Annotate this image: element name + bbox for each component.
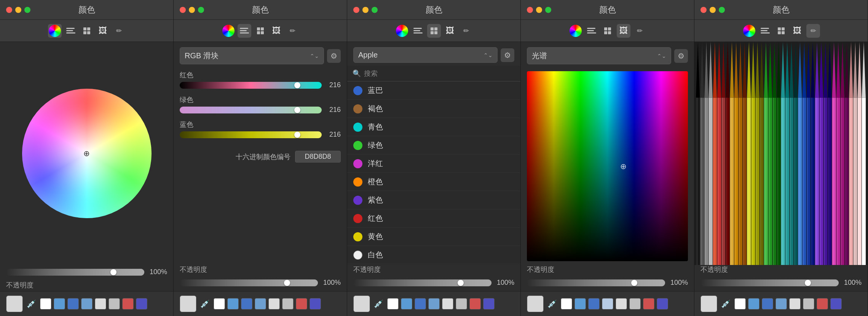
- swatch-4-6[interactable]: [643, 298, 654, 310]
- opacity-slider-5[interactable]: [700, 279, 839, 286]
- close-button-3[interactable]: [353, 7, 359, 13]
- swatch-4-3[interactable]: [602, 298, 613, 310]
- hex-input[interactable]: [295, 151, 341, 163]
- maximize-button-3[interactable]: [372, 7, 378, 13]
- current-swatch-3[interactable]: [353, 295, 370, 312]
- maximize-button-4[interactable]: [545, 7, 551, 13]
- tool-sliders-5[interactable]: [758, 24, 772, 38]
- tool-wheel-3[interactable]: [395, 24, 409, 38]
- tool-sliders-1[interactable]: [64, 24, 78, 38]
- swatch-1-0[interactable]: [40, 298, 51, 310]
- swatch-2-1[interactable]: [227, 298, 239, 310]
- maximize-button-5[interactable]: [719, 7, 725, 13]
- swatch-1-3[interactable]: [81, 298, 93, 310]
- eyedropper-1[interactable]: 💉: [25, 298, 38, 310]
- eyedropper-5[interactable]: 💉: [720, 298, 732, 310]
- close-button-2[interactable]: [180, 7, 186, 13]
- swatch-4-7[interactable]: [657, 298, 668, 310]
- swatch-2-2[interactable]: [241, 298, 252, 310]
- color-item-6[interactable]: 紫色: [347, 191, 520, 209]
- opacity-slider-4[interactable]: [527, 279, 665, 286]
- opacity-slider-1[interactable]: [6, 269, 144, 276]
- current-swatch-4[interactable]: [527, 295, 544, 312]
- swatch-3-2[interactable]: [415, 298, 426, 310]
- spectrum-gradient[interactable]: ⊕: [527, 71, 688, 261]
- tool-sliders-2[interactable]: [238, 24, 251, 38]
- swatch-2-7[interactable]: [310, 298, 321, 310]
- swatch-3-3[interactable]: [428, 298, 440, 310]
- tool-grid-5[interactable]: [774, 24, 788, 38]
- tool-image-4[interactable]: 🖼: [617, 24, 630, 38]
- current-swatch-2[interactable]: [180, 295, 196, 312]
- color-item-5[interactable]: 橙色: [347, 173, 520, 191]
- minimize-button-4[interactable]: [536, 7, 542, 13]
- opacity-slider-3[interactable]: [353, 279, 491, 286]
- eyedropper-2[interactable]: 💉: [199, 298, 211, 310]
- color-item-1[interactable]: 褐色: [347, 100, 520, 118]
- swatch-1-1[interactable]: [54, 298, 65, 310]
- swatch-2-6[interactable]: [296, 298, 307, 310]
- tool-image-5[interactable]: 🖼: [790, 24, 804, 38]
- swatch-1-6[interactable]: [122, 298, 134, 310]
- tool-sliders-3[interactable]: [411, 24, 425, 38]
- swatch-5-4[interactable]: [789, 298, 801, 310]
- swatch-1-4[interactable]: [95, 298, 106, 310]
- close-button-4[interactable]: [527, 7, 533, 13]
- mode-dropdown-2[interactable]: RGB 滑块 ⌃⌄: [180, 47, 324, 64]
- slider-red-track[interactable]: [180, 82, 322, 89]
- tool-crayons-1[interactable]: ✏: [112, 24, 126, 38]
- color-item-9[interactable]: 白色: [347, 246, 520, 264]
- minimize-button-2[interactable]: [189, 7, 195, 13]
- swatch-4-2[interactable]: [588, 298, 600, 310]
- current-swatch-1[interactable]: [6, 295, 23, 312]
- minimize-button-5[interactable]: [710, 7, 716, 13]
- gear-button-3[interactable]: ⚙: [501, 48, 514, 62]
- eyedropper-3[interactable]: 💉: [372, 298, 385, 310]
- tool-crayons-5[interactable]: ✏: [806, 24, 820, 38]
- swatch-4-0[interactable]: [561, 298, 572, 310]
- tool-crayons-4[interactable]: ✏: [633, 24, 646, 38]
- tool-crayons-3[interactable]: ✏: [459, 24, 473, 38]
- swatch-2-0[interactable]: [214, 298, 225, 310]
- close-button-1[interactable]: [6, 7, 12, 13]
- mode-dropdown-4[interactable]: 光谱 ⌃⌄: [527, 47, 671, 64]
- slider-blue-track[interactable]: [180, 131, 322, 138]
- swatch-5-2[interactable]: [762, 298, 773, 310]
- tool-grid-2[interactable]: [254, 24, 267, 38]
- swatch-2-3[interactable]: [255, 298, 266, 310]
- swatch-1-7[interactable]: [136, 298, 147, 310]
- tool-sliders-4[interactable]: [585, 24, 598, 38]
- swatch-3-0[interactable]: [387, 298, 399, 310]
- tool-image-2[interactable]: 🖼: [270, 24, 283, 38]
- swatch-5-6[interactable]: [817, 298, 828, 310]
- minimize-button-1[interactable]: [15, 7, 21, 13]
- swatch-1-5[interactable]: [108, 298, 120, 310]
- swatch-3-6[interactable]: [469, 298, 481, 310]
- swatch-5-7[interactable]: [830, 298, 842, 310]
- swatch-3-4[interactable]: [442, 298, 453, 310]
- swatch-3-5[interactable]: [456, 298, 467, 310]
- tool-wheel-1[interactable]: [48, 24, 62, 38]
- maximize-button-1[interactable]: [24, 7, 30, 13]
- color-item-4[interactable]: 洋红: [347, 155, 520, 173]
- tool-wheel-5[interactable]: [742, 24, 756, 38]
- gear-button-2[interactable]: ⚙: [327, 49, 341, 63]
- color-item-2[interactable]: 青色: [347, 118, 520, 136]
- swatch-1-2[interactable]: [67, 298, 79, 310]
- swatch-4-4[interactable]: [616, 298, 627, 310]
- color-item-7[interactable]: 红色: [347, 209, 520, 228]
- mode-dropdown-3[interactable]: Apple ⌃⌄: [353, 47, 498, 63]
- color-item-3[interactable]: 绿色: [347, 136, 520, 155]
- color-wheel[interactable]: ⊕: [22, 89, 152, 218]
- close-button-5[interactable]: [700, 7, 707, 13]
- eyedropper-4[interactable]: 💉: [546, 298, 558, 310]
- slider-green-track[interactable]: [180, 107, 322, 113]
- swatch-5-0[interactable]: [734, 298, 746, 310]
- tool-grid-3[interactable]: [427, 24, 441, 38]
- minimize-button-3[interactable]: [362, 7, 369, 13]
- swatch-5-5[interactable]: [803, 298, 814, 310]
- tool-wheel-2[interactable]: [222, 24, 235, 38]
- gear-button-4[interactable]: ⚙: [674, 49, 688, 63]
- swatch-3-1[interactable]: [401, 298, 412, 310]
- color-item-8[interactable]: 黄色: [347, 228, 520, 246]
